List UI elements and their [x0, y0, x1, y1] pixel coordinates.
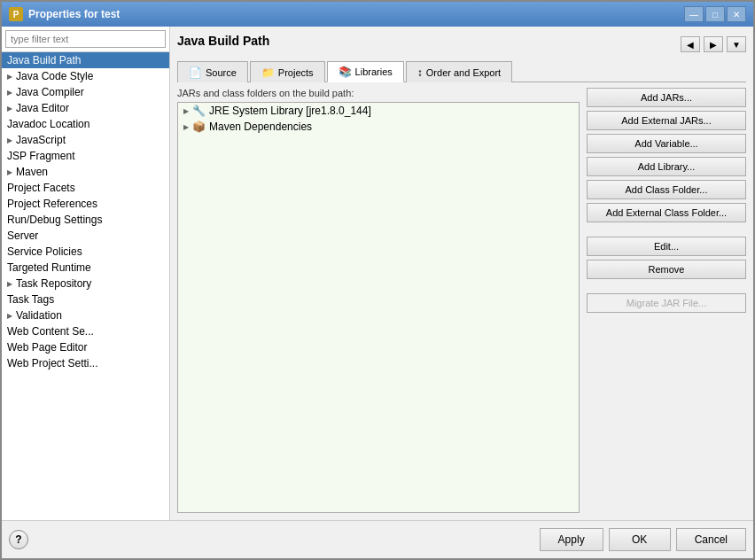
nav-arrows: ◀ ▶ ▼ [681, 36, 746, 52]
nav-dropdown-button[interactable]: ▼ [727, 36, 746, 52]
build-area: JARs and class folders on the build path… [177, 88, 746, 513]
footer-left: ? [9, 530, 534, 549]
sidebar-item-label: Maven [16, 166, 48, 178]
remove-button[interactable]: Remove [587, 260, 746, 279]
bottom-bar: ? Apply OK Cancel [2, 520, 753, 558]
sidebar-item-web-content-settings[interactable]: Web Content Se... [2, 323, 169, 339]
tab-projects[interactable]: 📁 Projects [250, 61, 325, 82]
sidebar: Java Build Path Java Code Style Java Com… [2, 27, 170, 520]
sidebar-item-label: Java Code Style [16, 70, 93, 82]
panel-title: Java Build Path [177, 34, 269, 48]
sidebar-item-task-tags[interactable]: Task Tags [2, 292, 169, 307]
help-button[interactable]: ? [9, 530, 28, 549]
sidebar-item-label: Targeted Runtime [7, 261, 91, 274]
sidebar-item-label: Task Repository [16, 277, 91, 290]
sidebar-item-java-code-style[interactable]: Java Code Style [2, 68, 169, 84]
sidebar-item-server[interactable]: Server [2, 228, 169, 244]
sidebar-item-label: Validation [16, 309, 62, 322]
titlebar-left: P Properties for test [9, 7, 120, 21]
tab-source[interactable]: 📄 Source [177, 61, 248, 82]
lib-description: JARs and class folders on the build path… [177, 88, 580, 98]
add-class-folder-button[interactable]: Add Class Folder... [587, 180, 746, 199]
minimize-button[interactable]: — [684, 6, 704, 22]
buttons-col: Add JARs... Add External JARs... Add Var… [587, 88, 746, 513]
sidebar-item-label: JavaScript [16, 134, 66, 146]
nav-forward-button[interactable]: ▶ [704, 36, 723, 52]
sidebar-item-javadoc-location[interactable]: Javadoc Location [2, 116, 169, 132]
titlebar: P Properties for test — □ ✕ [2, 2, 753, 27]
sidebar-item-targeted-runtime[interactable]: Targeted Runtime [2, 260, 169, 276]
titlebar-controls: — □ ✕ [684, 6, 746, 22]
add-external-jars-button[interactable]: Add External JARs... [587, 111, 746, 130]
dialog-title: Properties for test [28, 8, 120, 20]
sidebar-item-java-compiler[interactable]: Java Compiler [2, 84, 169, 100]
filter-box [2, 27, 169, 52]
maven-expand-arrow: ▶ [183, 123, 189, 131]
sidebar-item-label: Web Project Setti... [7, 357, 98, 369]
sidebar-item-maven[interactable]: Maven [2, 164, 169, 180]
dialog-icon: P [9, 7, 23, 21]
tab-order-export[interactable]: ↕ Order and Export [406, 61, 512, 82]
sidebar-item-validation[interactable]: Validation [2, 307, 169, 323]
add-jars-button[interactable]: Add JARs... [587, 88, 746, 107]
add-external-class-folder-button[interactable]: Add External Class Folder... [587, 203, 746, 222]
sidebar-item-label: Java Compiler [16, 86, 84, 98]
sidebar-item-label: Task Tags [7, 293, 54, 306]
tab-libraries-label: Libraries [355, 66, 393, 77]
ok-button[interactable]: OK [609, 528, 671, 551]
tab-projects-label: Projects [278, 67, 314, 78]
migrate-jar-button[interactable]: Migrate JAR File... [587, 293, 746, 313]
sidebar-item-javascript[interactable]: JavaScript [2, 132, 169, 148]
add-variable-button[interactable]: Add Variable... [587, 134, 746, 153]
tab-libraries[interactable]: 📚 Libraries [327, 61, 404, 82]
sidebar-item-label: Web Content Se... [7, 325, 94, 338]
sidebar-item-label: JSP Fragment [7, 150, 74, 162]
add-library-button[interactable]: Add Library... [587, 157, 746, 176]
jre-lib-icon: 🔧 [192, 105, 206, 117]
sidebar-item-label: Javadoc Location [7, 118, 90, 130]
maximize-button[interactable]: □ [705, 6, 725, 22]
sidebar-item-web-project-settings[interactable]: Web Project Setti... [2, 355, 169, 371]
tab-source-label: Source [206, 67, 237, 78]
order-export-tab-icon: ↕ [417, 66, 423, 79]
sidebar-item-jsp-fragment[interactable]: JSP Fragment [2, 148, 169, 164]
jre-lib-label: JRE System Library [jre1.8.0_144] [209, 105, 371, 117]
sidebar-item-label: Server [7, 229, 38, 242]
jre-expand-arrow: ▶ [183, 107, 189, 115]
lib-panel: JARs and class folders on the build path… [177, 88, 580, 513]
filter-input[interactable] [5, 30, 166, 48]
tabs-row: 📄 Source 📁 Projects 📚 Libraries ↕ Order … [177, 60, 746, 82]
main-content: Java Build Path Java Code Style Java Com… [2, 27, 753, 520]
sidebar-item-project-references[interactable]: Project References [2, 196, 169, 212]
sidebar-item-label: Java Build Path [7, 54, 81, 66]
sidebar-item-service-policies[interactable]: Service Policies [2, 244, 169, 260]
nav-back-button[interactable]: ◀ [681, 36, 700, 52]
sidebar-item-java-editor[interactable]: Java Editor [2, 100, 169, 116]
right-panel: Java Build Path ◀ ▶ ▼ 📄 Source 📁 Project… [170, 27, 753, 520]
sidebar-tree: Java Build Path Java Code Style Java Com… [2, 52, 169, 520]
sidebar-item-task-repository[interactable]: Task Repository [2, 276, 169, 292]
cancel-button[interactable]: Cancel [676, 528, 746, 551]
button-spacer-1 [587, 226, 746, 233]
tab-order-export-label: Order and Export [426, 67, 501, 78]
sidebar-item-label: Service Policies [7, 245, 82, 258]
sidebar-item-web-page-editor[interactable]: Web Page Editor [2, 339, 169, 355]
sidebar-item-label: Project References [7, 198, 97, 210]
lib-item-maven[interactable]: ▶ 📦 Maven Dependencies [178, 119, 579, 135]
sidebar-item-label: Project Facets [7, 182, 75, 194]
panel-header: Java Build Path ◀ ▶ ▼ [177, 34, 746, 55]
button-spacer-2 [587, 283, 746, 290]
properties-dialog: P Properties for test — □ ✕ Java Build P… [0, 0, 755, 560]
sidebar-item-run-debug-settings[interactable]: Run/Debug Settings [2, 212, 169, 228]
apply-button[interactable]: Apply [540, 528, 603, 551]
close-button[interactable]: ✕ [727, 6, 746, 22]
sidebar-item-java-build-path[interactable]: Java Build Path [2, 52, 169, 68]
sidebar-item-label: Run/Debug Settings [7, 214, 102, 226]
sidebar-item-project-facets[interactable]: Project Facets [2, 180, 169, 196]
sidebar-item-label: Java Editor [16, 102, 69, 114]
lib-tree[interactable]: ▶ 🔧 JRE System Library [jre1.8.0_144] ▶ … [177, 102, 580, 513]
edit-button[interactable]: Edit... [587, 237, 746, 256]
libraries-tab-icon: 📚 [339, 66, 352, 78]
sidebar-item-label: Web Page Editor [7, 341, 88, 354]
lib-item-jre[interactable]: ▶ 🔧 JRE System Library [jre1.8.0_144] [178, 103, 579, 119]
